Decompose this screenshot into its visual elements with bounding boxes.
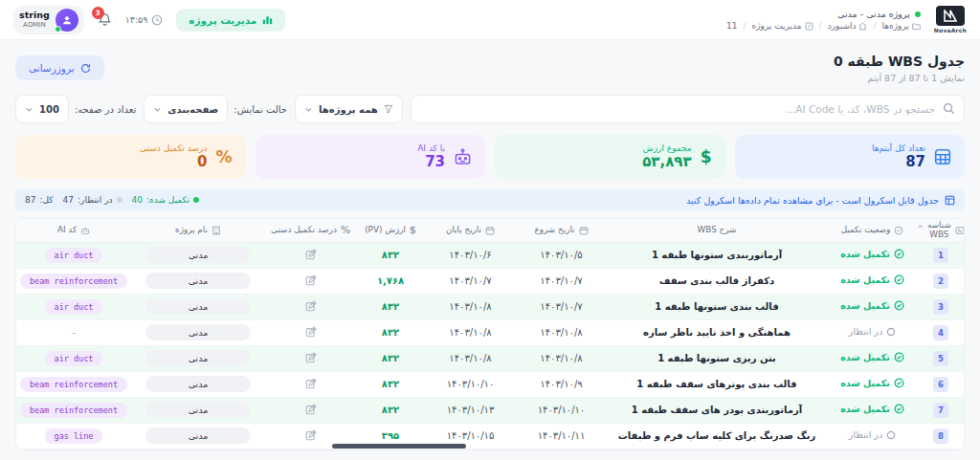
chevron-down-icon (304, 105, 313, 114)
user-role-badge: ADMIN (23, 21, 46, 29)
breadcrumb: پروژه‌ها / داشبورد / مدیریت پروژه / 11 (726, 21, 921, 31)
check-circle-icon (894, 300, 904, 311)
project-status-dot (915, 11, 921, 17)
brand-name: NovaArch (934, 27, 967, 33)
project-context: پروژه مدنی - مدنی پروژه‌ها / داشبورد / م… (726, 9, 921, 31)
status-badge: در انتظار (849, 429, 896, 440)
stat-label: درصد تکمیل دستی (140, 143, 207, 154)
check-circle-icon (894, 249, 904, 259)
pending-label: در انتظار: (78, 195, 112, 205)
wbs-id-badge: 3 (933, 299, 948, 315)
table-row[interactable]: 1تکمیل شدهآرماتوربندی ستونها طبقه 1۱۴۰۳/… (16, 242, 964, 268)
table-row[interactable]: 6تکمیل شدهقالب بندی پوترهای سقف طبقه 1۱۴… (16, 371, 964, 397)
wbs-description: دکفراژ قالب بندی سقف (607, 268, 827, 294)
column-header-end-date[interactable]: تاریخ پایان (425, 219, 516, 242)
pending-dot (117, 197, 122, 203)
edit-percent-icon[interactable] (305, 326, 317, 338)
table-row[interactable]: 5تکمیل شدهبتن ریزی ستونها طبقه 1۱۴۰۳/۱۰/… (16, 345, 964, 371)
table-row[interactable]: 3تکمیل شدهقالب بندی ستونها طبقه 1۱۴۰۳/۱۰… (16, 294, 964, 319)
column-header-start-date[interactable]: تاریخ شروع (516, 219, 607, 242)
avatar (56, 9, 78, 32)
edit-percent-icon[interactable] (305, 352, 317, 363)
ai-code-pill: air duct (45, 299, 103, 315)
start-date: ۱۴۰۳/۱۰/۸ (516, 345, 607, 371)
view-mode-select[interactable]: صفحه‌بندی (144, 95, 228, 123)
notifications-button[interactable]: 3 (98, 12, 112, 27)
folder-icon (912, 22, 921, 31)
status-badge: تکمیل شده (840, 249, 904, 259)
robot-icon (80, 226, 90, 235)
notification-badge: 3 (92, 7, 104, 19)
dollar-icon: $ (410, 225, 416, 235)
column-header-project[interactable]: نام پروژه (131, 219, 265, 242)
start-date: ۱۴۰۳/۱۰/۷ (516, 268, 607, 294)
column-header-description[interactable]: شرح WBS (607, 219, 827, 242)
edit-percent-icon[interactable] (305, 274, 317, 286)
filter-funnel-icon (384, 104, 393, 114)
breadcrumb-separator: / (819, 21, 822, 31)
start-date: ۱۴۰۳/۱۰/۷ (516, 294, 607, 319)
project-filter-select[interactable]: همه پروژه‌ها (295, 95, 403, 123)
stat-card-total-items: تعداد کل آیتم‌ها 87 (735, 135, 966, 179)
project-name-pill: مدنی (145, 402, 251, 418)
horizontal-scrollbar[interactable] (332, 444, 466, 449)
check-circle-icon (894, 274, 904, 285)
refresh-icon (80, 63, 91, 74)
end-date: ۱۴۰۳/۱۰/۱۳ (425, 397, 516, 423)
building-icon (212, 226, 221, 235)
edit-percent-icon[interactable] (305, 378, 317, 389)
edit-percent-icon[interactable] (305, 429, 317, 441)
table-row[interactable]: 2تکمیل شدهدکفراژ قالب بندی سقف۱۴۰۳/۱۰/۷۱… (16, 268, 964, 294)
wbs-table: شناسه WBS ^ وضعیت تکمیل شرح WBS (16, 219, 964, 449)
breadcrumb-separator: / (743, 21, 746, 31)
edit-percent-icon[interactable] (305, 300, 317, 312)
edit-percent-icon[interactable] (305, 249, 317, 260)
status-badge: در انتظار (849, 326, 896, 337)
user-menu[interactable]: string ADMIN (13, 6, 84, 34)
search-input[interactable] (411, 95, 965, 123)
column-header-manual-percent[interactable]: % درصد تکمیل دستی (265, 219, 356, 242)
ai-code-pill: beam reinforcement (20, 377, 127, 392)
ai-code-empty: - (72, 327, 76, 338)
pv-value: ۸۳۲ (356, 345, 425, 371)
refresh-button[interactable]: بروزرسانی (15, 55, 104, 80)
breadcrumb-projects[interactable]: پروژه‌ها (881, 21, 920, 31)
breadcrumb-manage-project[interactable]: مدیریت پروژه (752, 21, 813, 31)
table-row[interactable]: 7تکمیل شدهآرماتوربندی پودر های سقف طبقه … (16, 397, 964, 423)
project-name-pill: مدنی (145, 273, 251, 289)
page-title: جدول WBS طبقه 0 (834, 54, 965, 69)
sort-asc-icon[interactable]: ^ (917, 226, 924, 234)
stat-label: با کد AI (417, 143, 445, 154)
pv-value: ۸۳۲ (356, 242, 425, 268)
manage-project-button[interactable]: مدیریت پروژه (176, 9, 285, 32)
table-row[interactable]: 4در انتظارهماهنگی و اخذ تایید ناظر سازه۱… (16, 319, 964, 345)
status-badge: تکمیل شده (840, 404, 904, 414)
table-row[interactable]: 8در انتظاررنگ ضدزنگ برای کلیه ساب فرم و … (16, 423, 964, 449)
wbs-table-container: شناسه WBS ^ وضعیت تکمیل شرح WBS (15, 218, 965, 450)
stat-value: 73 (425, 153, 445, 170)
ai-code-pill: beam reinforcement (20, 274, 127, 289)
percent-icon: % (341, 225, 350, 235)
column-header-wbs-id[interactable]: شناسه WBS ^ (918, 219, 964, 242)
breadcrumb-dashboard[interactable]: داشبورد (828, 21, 868, 31)
edit-percent-icon[interactable] (305, 404, 317, 415)
column-header-pv[interactable]: $ ارزش (PV) (356, 219, 425, 242)
column-header-status[interactable]: وضعیت تکمیل (827, 219, 918, 242)
dollar-icon: $ (701, 147, 712, 166)
start-date: ۱۴۰۳/۱۰/۸ (516, 319, 607, 345)
per-page-select[interactable]: 100 (15, 95, 69, 123)
status-badge: تکمیل شده (840, 352, 904, 362)
wbs-description: آرماتوربندی پودر های سقف طبقه 1 (607, 397, 827, 423)
status-check-icon (894, 226, 903, 235)
calendar-icon (485, 226, 495, 235)
start-date: ۱۴۰۳/۱۰/۱۱ (516, 423, 607, 449)
end-date: ۱۴۰۳/۱۰/۷ (425, 268, 516, 294)
completed-dot (193, 197, 199, 203)
end-date: ۱۴۰۳/۱۰/۱۰ (425, 371, 516, 397)
wbs-id-badge: 5 (933, 351, 948, 366)
wbs-description: هماهنگی و اخذ تایید ناظر سازه (607, 319, 827, 345)
chevron-down-icon (153, 105, 162, 114)
column-header-ai-code[interactable]: کد AI (16, 219, 131, 242)
brand-logo[interactable]: NovaArch (934, 6, 967, 33)
pv-value: ۱,۷۶۸ (356, 268, 425, 294)
